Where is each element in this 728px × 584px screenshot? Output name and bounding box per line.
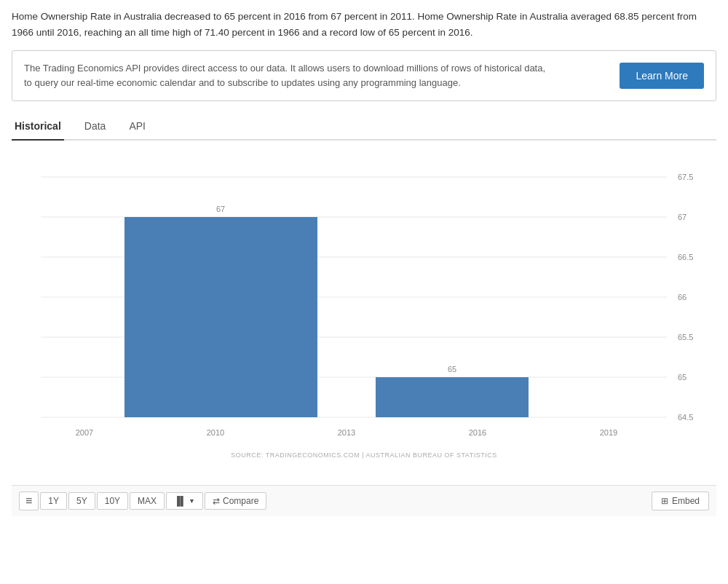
list-view-button[interactable]: ≡ <box>19 492 39 510</box>
learn-more-button[interactable]: Learn More <box>620 63 704 89</box>
bar-2016 <box>376 377 529 417</box>
svg-text:2010: 2010 <box>207 428 224 437</box>
svg-text:2016: 2016 <box>469 428 486 437</box>
bar-chart: 67.5 67 66.5 66 65.5 65 64.5 67 <box>12 155 711 446</box>
period-max-button[interactable]: MAX <box>130 492 165 510</box>
svg-text:64.5: 64.5 <box>678 413 693 422</box>
svg-text:2019: 2019 <box>600 428 617 437</box>
svg-text:65: 65 <box>678 373 687 382</box>
page-container: Home Ownership Rate in Australia decreas… <box>0 0 728 525</box>
chart-type-button[interactable]: ▐▌ ▼ <box>166 492 203 510</box>
chart-area: 67.5 67 66.5 66 65.5 65 64.5 67 <box>12 148 716 481</box>
svg-text:2007: 2007 <box>76 428 93 437</box>
api-banner: The Trading Economics API provides direc… <box>12 50 716 101</box>
chart-type-arrow: ▼ <box>189 497 195 505</box>
toolbar: ≡ 1Y 5Y 10Y MAX ▐▌ ▼ ⇄ Compare ⊞ Embed <box>12 485 716 516</box>
compare-label: Compare <box>223 496 258 506</box>
svg-text:67.5: 67.5 <box>678 173 693 181</box>
tab-data[interactable]: Data <box>82 114 109 141</box>
tab-historical[interactable]: Historical <box>12 114 64 141</box>
compare-icon: ⇄ <box>213 496 220 506</box>
embed-label: Embed <box>672 496 700 506</box>
chart-type-icon: ▐▌ <box>174 496 186 506</box>
svg-text:67: 67 <box>216 205 225 213</box>
tabs-container: Historical Data API <box>12 114 716 141</box>
bar-2011 <box>124 217 317 417</box>
svg-text:66.5: 66.5 <box>678 253 693 261</box>
tab-api[interactable]: API <box>126 114 149 141</box>
embed-button[interactable]: ⊞ Embed <box>652 492 709 510</box>
svg-text:66: 66 <box>678 293 687 301</box>
svg-text:2013: 2013 <box>338 428 355 437</box>
svg-text:65: 65 <box>448 365 456 374</box>
period-1y-button[interactable]: 1Y <box>40 492 67 510</box>
period-5y-button[interactable]: 5Y <box>68 492 95 510</box>
api-banner-text: The Trading Economics API provides direc… <box>24 61 548 90</box>
compare-button[interactable]: ⇄ Compare <box>205 492 266 510</box>
svg-text:67: 67 <box>678 213 687 221</box>
embed-icon: ⊞ <box>661 496 668 506</box>
chart-source: SOURCE: TRADINGECONOMICS.COM | AUSTRALIA… <box>12 451 716 459</box>
svg-text:65.5: 65.5 <box>678 333 693 342</box>
period-10y-button[interactable]: 10Y <box>97 492 128 510</box>
description-text: Home Ownership Rate in Australia decreas… <box>12 9 716 40</box>
chart-svg-container: 67.5 67 66.5 66 65.5 65 64.5 67 <box>12 155 716 449</box>
